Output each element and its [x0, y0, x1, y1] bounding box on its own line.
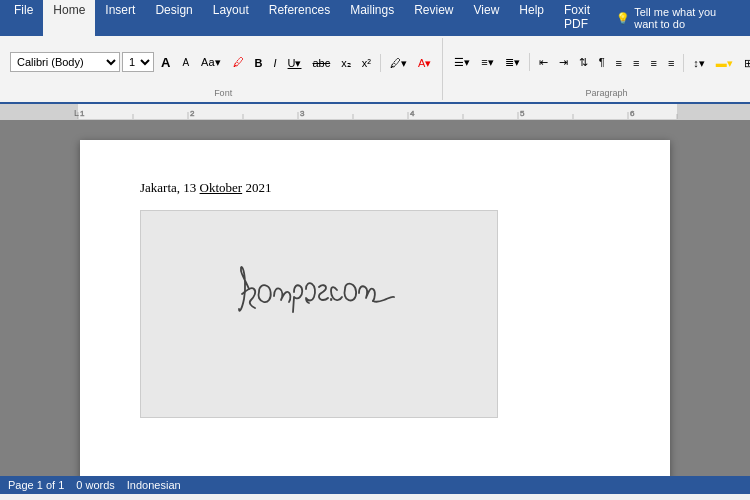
font-size-select[interactable]: 11: [122, 52, 154, 72]
grow-font-button[interactable]: A: [156, 52, 175, 73]
status-bar: Page 1 of 1 0 words Indonesian: [0, 476, 750, 494]
svg-text:3: 3: [300, 109, 305, 118]
tab-review[interactable]: Review: [404, 0, 463, 36]
separator3: [683, 54, 684, 72]
increase-indent-button[interactable]: ⇥: [554, 53, 573, 72]
subscript-button[interactable]: x₂: [336, 54, 356, 73]
tab-foxit[interactable]: Foxit PDF: [554, 0, 616, 36]
tell-me-bar[interactable]: 💡 Tell me what you want to do: [616, 0, 746, 36]
separator2: [529, 53, 530, 71]
svg-text:4: 4: [410, 109, 415, 118]
document-area[interactable]: Jakarta, 13 Oktober 2021: [0, 120, 750, 476]
strikethrough-button[interactable]: abc: [308, 54, 336, 72]
bold-button[interactable]: B: [250, 54, 268, 72]
lightbulb-icon: 💡: [616, 12, 630, 25]
font-color-button[interactable]: A▾: [413, 54, 436, 73]
svg-text:L: L: [74, 108, 79, 118]
date-year: 2021: [242, 180, 271, 195]
svg-rect-0: [0, 104, 750, 120]
font-group: Calibri (Body) 11 A A Aa▾ 🖊 B I U▾ abc x…: [4, 38, 443, 100]
align-left-button[interactable]: ≡: [611, 54, 627, 72]
tab-view[interactable]: View: [464, 0, 510, 36]
paragraph-controls: ☰▾ ≡▾ ≣▾ ⇤ ⇥ ⇅ ¶ ≡ ≡ ≡ ≡ ↕▾ ▬▾ ⊞▾: [449, 40, 750, 86]
line-spacing-button[interactable]: ↕▾: [688, 54, 710, 73]
ruler: 1 2 3 4 5 6 L: [0, 104, 750, 120]
svg-text:2: 2: [190, 109, 195, 118]
clear-format-button[interactable]: 🖊: [228, 53, 249, 71]
shading-button[interactable]: ▬▾: [711, 54, 738, 73]
ruler-svg: 1 2 3 4 5 6 L: [0, 104, 750, 120]
tab-references[interactable]: References: [259, 0, 340, 36]
numbering-button[interactable]: ≡▾: [476, 53, 498, 72]
tab-design[interactable]: Design: [145, 0, 202, 36]
tab-insert[interactable]: Insert: [95, 0, 145, 36]
tab-help[interactable]: Help: [509, 0, 554, 36]
multilevel-button[interactable]: ≣▾: [500, 53, 525, 72]
italic-button[interactable]: I: [268, 54, 281, 72]
justify-button[interactable]: ≡: [663, 54, 679, 72]
document-page[interactable]: Jakarta, 13 Oktober 2021: [80, 140, 670, 476]
svg-text:5: 5: [520, 109, 525, 118]
tab-layout[interactable]: Layout: [203, 0, 259, 36]
page-info: Page 1 of 1: [8, 479, 64, 491]
paragraph-group: ☰▾ ≡▾ ≣▾ ⇤ ⇥ ⇅ ¶ ≡ ≡ ≡ ≡ ↕▾ ▬▾ ⊞▾ Paragr…: [443, 38, 750, 100]
tab-mailings[interactable]: Mailings: [340, 0, 404, 36]
align-center-button[interactable]: ≡: [628, 54, 644, 72]
bullets-button[interactable]: ☰▾: [449, 53, 475, 72]
paragraph-group-label: Paragraph: [449, 86, 750, 98]
tell-me-text: Tell me what you want to do: [634, 6, 738, 30]
date-month: Oktober: [200, 180, 243, 195]
shrink-font-button[interactable]: A: [177, 54, 194, 71]
date-text-before: Jakarta, 13: [140, 180, 200, 195]
tab-home[interactable]: Home: [43, 0, 95, 36]
align-right-button[interactable]: ≡: [645, 54, 661, 72]
separator1: [380, 54, 381, 72]
svg-text:6: 6: [630, 109, 635, 118]
svg-text:1: 1: [80, 109, 85, 118]
svg-rect-2: [677, 104, 750, 120]
word-count: 0 words: [76, 479, 115, 491]
superscript-button[interactable]: x²: [357, 54, 376, 72]
main-toolbar: Calibri (Body) 11 A A Aa▾ 🖊 B I U▾ abc x…: [0, 36, 750, 104]
underline-button[interactable]: U▾: [283, 54, 307, 73]
font-name-select[interactable]: Calibri (Body): [10, 52, 120, 72]
date-line: Jakarta, 13 Oktober 2021: [140, 180, 610, 196]
signature-svg: [159, 234, 479, 394]
show-marks-button[interactable]: ¶: [594, 53, 610, 71]
tab-file[interactable]: File: [4, 0, 43, 36]
font-controls: Calibri (Body) 11 A A Aa▾ 🖊 B I U▾ abc x…: [10, 40, 436, 86]
font-group-label: Font: [10, 86, 436, 98]
decrease-indent-button[interactable]: ⇤: [534, 53, 553, 72]
ribbon-tabs: File Home Insert Design Layout Reference…: [0, 0, 750, 36]
change-case-button[interactable]: Aa▾: [196, 53, 225, 72]
signature-image: [140, 210, 498, 418]
svg-rect-1: [0, 104, 78, 120]
sort-button[interactable]: ⇅: [574, 53, 593, 72]
language: Indonesian: [127, 479, 181, 491]
borders-button[interactable]: ⊞▾: [739, 54, 750, 73]
text-highlight-button[interactable]: 🖊▾: [385, 54, 412, 73]
